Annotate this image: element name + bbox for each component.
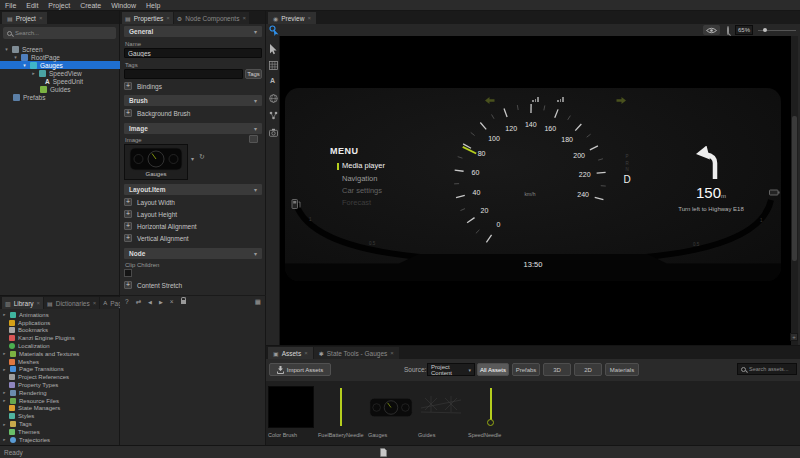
tab-assets[interactable]: ▣ Assets× (268, 347, 313, 359)
visibility-button[interactable] (703, 25, 720, 35)
close-icon[interactable]: × (307, 15, 311, 21)
document-icon[interactable] (380, 448, 387, 457)
close-icon[interactable]: × (37, 300, 41, 306)
asset-thumb-color-brush[interactable] (268, 386, 314, 428)
menu-edit[interactable]: Edit (21, 2, 43, 9)
close-icon[interactable]: × (166, 15, 170, 21)
tree-item-guides[interactable]: Guides (0, 85, 120, 93)
text-tool-icon[interactable]: A (270, 77, 275, 84)
expander-icon[interactable]: ▸ (31, 70, 36, 76)
tab-preview[interactable]: ◉ Preview× (268, 12, 316, 24)
menu-create[interactable]: Create (75, 2, 106, 9)
library-item-project-references[interactable]: Project References (0, 373, 120, 381)
asset-thumb-guides[interactable] (418, 386, 464, 428)
zoom-slider-thumb[interactable] (763, 28, 767, 32)
bindings-row[interactable]: + Bindings (124, 82, 162, 90)
close-icon[interactable]: × (304, 350, 308, 356)
interact-tool-icon[interactable] (269, 25, 279, 36)
import-assets-button[interactable]: Import Assets (269, 363, 331, 376)
tab-project[interactable]: ▤ Project × (2, 12, 47, 24)
tab-state-tools[interactable]: ✱ State Tools - Gauges× (314, 347, 399, 359)
library-item-materials-and-textures[interactable]: ▸Materials and Textures (0, 350, 120, 358)
tree-item-screen[interactable]: ▾ Screen (0, 45, 120, 53)
cluster-menu-car-settings[interactable]: Car settings (342, 186, 382, 195)
filter-materials[interactable]: Materials (605, 363, 639, 376)
close-icon[interactable]: × (93, 300, 97, 306)
menu-project[interactable]: Project (43, 2, 75, 9)
close-icon[interactable]: × (39, 15, 43, 21)
project-search-input[interactable] (15, 30, 112, 36)
library-item-localization[interactable]: Localization (0, 342, 120, 350)
tab-dictionaries[interactable]: ▤ Dictionaries× (44, 297, 99, 309)
library-item-trajectories[interactable]: ▸Trajectories (0, 436, 120, 444)
layout-width-row[interactable]: +Layout Width (124, 198, 175, 206)
tab-library[interactable]: ▥ Library× (2, 297, 43, 309)
menu-file[interactable]: File (0, 2, 21, 9)
library-item-styles[interactable]: Styles (0, 412, 120, 420)
clip-children-checkbox[interactable] (124, 269, 132, 277)
library-item-state-managers[interactable]: State Managers (0, 405, 120, 413)
library-item-meshes[interactable]: Meshes (0, 358, 120, 366)
add-icon[interactable]: + (124, 198, 132, 206)
menu-window[interactable]: Window (106, 2, 141, 9)
asset-thumb-fuelbatteryneedle[interactable] (318, 386, 364, 428)
name-field[interactable] (124, 48, 262, 58)
tree-item-gauges[interactable]: ▾ Gauges (0, 61, 120, 69)
library-item-kanzi-engine-plugins[interactable]: Kanzi Engine Plugins (0, 334, 120, 342)
tree-item-prefabs[interactable]: Prefabs (0, 93, 120, 101)
add-icon[interactable]: + (124, 210, 132, 218)
grid-tool-icon[interactable] (269, 61, 278, 70)
back-icon[interactable]: ◀ (148, 299, 152, 305)
filter-3d[interactable]: 3D (543, 363, 571, 376)
section-image[interactable]: Image▾ (124, 123, 262, 134)
content-stretch-row[interactable]: + Content Stretch (124, 281, 182, 289)
add-icon[interactable]: + (124, 234, 132, 242)
expander-icon[interactable]: ▾ (22, 62, 27, 68)
tags-button[interactable]: Tags (245, 69, 262, 79)
menu-help[interactable]: Help (141, 2, 165, 9)
library-item-themes[interactable]: Themes (0, 428, 120, 436)
zoom-level[interactable]: 65% (735, 25, 753, 35)
forward-icon[interactable]: ▶ (159, 299, 163, 305)
library-item-rendering[interactable]: ▸Rendering (0, 389, 120, 397)
horizontal-alignment-row[interactable]: +Horizontal Alignment (124, 222, 197, 230)
filter-2d[interactable]: 2D (574, 363, 602, 376)
clear-icon[interactable]: × (170, 298, 174, 305)
library-item-resource-files[interactable]: ▸Resource Files (0, 397, 120, 405)
asset-thumb-gauges[interactable] (368, 386, 414, 428)
add-icon[interactable]: + (124, 281, 132, 289)
filter-all-assets[interactable]: All Assets (477, 363, 509, 376)
add-icon[interactable]: + (124, 82, 132, 90)
filter-prefabs[interactable]: Prefabs (512, 363, 540, 376)
image-dropdown-icon[interactable]: ▾ (191, 155, 194, 162)
scrollbar-thumb[interactable] (792, 116, 797, 261)
library-item-page-transitions[interactable]: ▸Page Transitions (0, 366, 120, 374)
project-search[interactable] (3, 27, 116, 39)
section-node[interactable]: Node▾ (124, 248, 262, 259)
section-brush[interactable]: Brush▾ (124, 95, 262, 106)
image-refresh-icon[interactable]: ↻ (199, 153, 205, 161)
help-icon[interactable]: ? (125, 298, 129, 305)
asset-thumb-speedneedle[interactable] (468, 386, 514, 428)
library-item-property-types[interactable]: Property Types (0, 381, 120, 389)
swap-icon[interactable]: ⇄ (136, 298, 141, 306)
close-icon[interactable]: × (242, 15, 246, 21)
tree-item-speedunit[interactable]: A SpeedUnit (0, 77, 120, 85)
cluster-menu-media-player[interactable]: Media player (342, 161, 385, 170)
cursor-tool-icon[interactable] (269, 44, 278, 55)
cluster-menu-navigation[interactable]: Navigation (342, 174, 377, 183)
tab-node-components[interactable]: ⚙ Node Components× (174, 12, 249, 24)
tree-item-speedview[interactable]: ▸ SpeedView (0, 69, 120, 77)
expander-icon[interactable]: ▾ (13, 54, 18, 60)
camera-tool-icon[interactable] (269, 128, 278, 137)
tags-field[interactable] (124, 69, 243, 79)
section-layout-item[interactable]: Layout.Item▾ (124, 184, 262, 195)
library-item-applications[interactable]: Applications (0, 319, 120, 327)
image-options-icon[interactable] (249, 135, 258, 143)
canvas-corner-button[interactable]: + (790, 333, 798, 341)
edit-grid-icon[interactable]: ▦ (255, 298, 261, 306)
assets-search-input[interactable] (749, 366, 793, 372)
node-graph-tool-icon[interactable] (269, 111, 278, 120)
image-thumbnail-box[interactable]: Gauges (124, 144, 188, 180)
vertical-alignment-row[interactable]: +Vertical Alignment (124, 234, 189, 242)
